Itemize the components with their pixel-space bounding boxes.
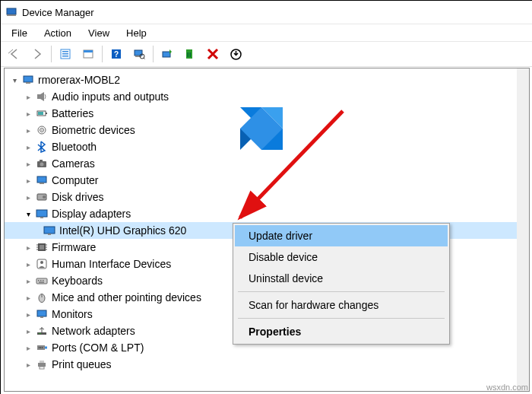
menu-view[interactable]: View: [81, 26, 117, 40]
category-label: Computer: [52, 174, 98, 186]
watermark: wsxdn.com: [486, 383, 528, 392]
category-icon: [35, 241, 49, 253]
enable-button[interactable]: [225, 43, 246, 65]
disable-button[interactable]: [202, 43, 223, 65]
properties-button[interactable]: [78, 43, 99, 65]
expand-icon[interactable]: ▸: [23, 359, 33, 370]
svg-rect-53: [39, 282, 44, 283]
separator: [238, 318, 445, 319]
root-node[interactable]: ▾rmorerax-MOBL2: [5, 71, 529, 88]
separator: [238, 291, 445, 292]
expand-icon[interactable]: ▸: [23, 141, 33, 152]
category-label: Bluetooth: [52, 141, 97, 153]
expand-icon[interactable]: ▸: [23, 326, 33, 336]
svg-rect-50: [38, 280, 40, 281]
svg-rect-65: [42, 347, 43, 348]
svg-point-34: [43, 195, 46, 199]
tree-category[interactable]: ▸Disk drives: [5, 189, 529, 205]
tree-category[interactable]: ▸Cameras: [5, 155, 529, 172]
category-icon: [35, 208, 49, 220]
category-icon: [35, 157, 49, 170]
scan-hardware-button[interactable]: [128, 43, 150, 65]
category-icon: [35, 358, 49, 370]
svg-rect-40: [40, 245, 44, 249]
svg-rect-15: [186, 49, 192, 59]
svg-rect-7: [84, 50, 93, 52]
back-button[interactable]: [4, 43, 25, 65]
tree-category[interactable]: ▸Audio inputs and outputs: [5, 88, 529, 105]
svg-point-27: [41, 129, 43, 131]
svg-rect-19: [24, 76, 33, 82]
expand-icon[interactable]: ▸: [23, 242, 33, 253]
toolbar: ?: [1, 41, 532, 67]
category-label: Ports (COM & LPT): [52, 342, 144, 354]
svg-rect-52: [43, 280, 44, 281]
category-label: Cameras: [52, 157, 95, 170]
update-driver-button[interactable]: [157, 43, 178, 65]
menu-action[interactable]: Action: [36, 26, 79, 40]
separator: [102, 46, 103, 62]
category-label: Human Interface Devices: [52, 258, 171, 270]
svg-rect-3: [62, 51, 68, 52]
svg-rect-60: [40, 333, 41, 334]
display-adapter-icon: [43, 224, 56, 237]
expand-icon[interactable]: ▸: [23, 192, 33, 202]
category-icon: [35, 91, 49, 103]
separator: [51, 46, 52, 62]
category-label: Mice and other pointing devices: [52, 291, 201, 303]
menu-properties[interactable]: Properties: [235, 321, 448, 342]
expand-icon[interactable]: ▸: [23, 259, 33, 269]
svg-rect-31: [37, 176, 46, 183]
menu-help[interactable]: Help: [119, 26, 154, 40]
category-icon: [35, 191, 49, 203]
svg-rect-14: [163, 52, 170, 57]
tree-category[interactable]: ▸Print queues: [5, 356, 529, 373]
expand-icon[interactable]: ▾: [23, 208, 33, 219]
menu-uninstall-device[interactable]: Uninstall device: [235, 268, 448, 289]
device-label: Intel(R) UHD Graphics 620: [59, 224, 186, 237]
uninstall-button[interactable]: [179, 43, 201, 65]
svg-rect-35: [36, 210, 47, 217]
collapse-icon[interactable]: ▾: [9, 75, 20, 85]
category-icon: [35, 107, 49, 119]
svg-line-13: [144, 58, 145, 59]
category-icon: [35, 325, 49, 337]
svg-rect-63: [39, 347, 40, 348]
category-label: Display adapters: [52, 208, 131, 220]
forward-button[interactable]: [27, 43, 48, 65]
svg-rect-56: [37, 310, 46, 316]
svg-rect-4: [62, 53, 68, 55]
expand-icon[interactable]: ▸: [23, 292, 33, 303]
svg-rect-11: [135, 56, 141, 57]
svg-text:?: ?: [114, 50, 119, 59]
menu-update-driver[interactable]: Update driver: [235, 225, 448, 246]
expand-icon[interactable]: ▸: [23, 125, 33, 135]
expand-icon[interactable]: ▸: [23, 158, 33, 169]
category-icon: [35, 141, 49, 153]
expand-icon[interactable]: ▸: [23, 309, 33, 319]
tree-category[interactable]: ▸Computer: [5, 172, 529, 189]
menu-disable-device[interactable]: Disable device: [235, 246, 448, 268]
expand-icon[interactable]: ▸: [23, 342, 33, 353]
menubar: File Action View Help: [1, 24, 532, 41]
show-hidden-button[interactable]: [55, 43, 76, 65]
svg-point-48: [40, 261, 43, 264]
svg-rect-58: [37, 332, 46, 335]
svg-rect-0: [7, 8, 16, 14]
help-button[interactable]: ?: [106, 43, 127, 65]
expand-icon[interactable]: ▸: [23, 275, 33, 286]
svg-rect-21: [37, 94, 40, 99]
menu-scan-hardware[interactable]: Scan for hardware changes: [235, 294, 448, 316]
category-icon: [35, 258, 49, 270]
menu-file[interactable]: File: [4, 26, 35, 40]
expand-icon[interactable]: ▸: [23, 91, 33, 102]
scrollbar[interactable]: [517, 68, 529, 391]
svg-rect-1: [7, 14, 16, 16]
window-title: Device Manager: [22, 7, 94, 18]
category-label: Monitors: [52, 308, 93, 320]
svg-rect-66: [38, 363, 46, 367]
expand-icon[interactable]: ▸: [23, 175, 33, 186]
expand-icon[interactable]: ▸: [23, 108, 33, 119]
category-icon: [35, 291, 49, 303]
tree-category[interactable]: ▾Display adapters: [5, 205, 529, 222]
